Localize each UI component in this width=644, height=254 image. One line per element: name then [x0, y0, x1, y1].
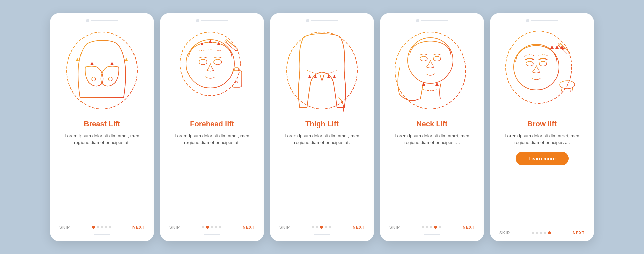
scroll-bar: [424, 234, 440, 235]
svg-point-32: [287, 32, 357, 109]
svg-line-63: [561, 88, 562, 91]
top-circle: [306, 19, 309, 22]
svg-point-54: [539, 61, 547, 66]
neck-lift-illustration: [386, 25, 478, 116]
scroll-bar: [314, 234, 330, 235]
svg-text:Rx: Rx: [234, 80, 238, 84]
skip-label[interactable]: SKIP: [389, 225, 400, 230]
svg-marker-38: [314, 75, 317, 78]
svg-point-2: [108, 77, 112, 81]
dot-5: [329, 226, 331, 228]
svg-marker-4: [90, 62, 94, 65]
neck-lift-nav: SKIP NEXT: [386, 225, 478, 230]
card-neck-lift: Neck Lift Lorem ipsum dolor sit dim amet…: [380, 13, 484, 241]
svg-point-53: [526, 61, 533, 66]
dot-2: [536, 232, 538, 234]
skip-label[interactable]: SKIP: [499, 231, 510, 235]
svg-marker-42: [333, 75, 336, 78]
forehead-lift-desc: Lorem ipsum dolor sit dim amet, mea regi…: [166, 133, 258, 147]
dot-1: [202, 226, 204, 228]
top-line: [91, 20, 118, 21]
top-line: [201, 20, 228, 21]
dot-3: [540, 232, 542, 234]
top-circle: [416, 19, 419, 22]
svg-marker-8: [76, 58, 79, 61]
breast-lift-desc: Lorem ipsum dolor sit dim amet, mea regi…: [56, 133, 148, 147]
skip-label[interactable]: SKIP: [279, 225, 290, 230]
dot-2: [316, 226, 318, 228]
neck-lift-desc: Lorem ipsum dolor sit dim amet, mea regi…: [386, 133, 478, 147]
thigh-lift-title: Thigh Lift: [305, 120, 339, 129]
next-label[interactable]: NEXT: [243, 225, 255, 230]
top-line: [531, 20, 558, 21]
card-top-bar: [386, 19, 478, 22]
thigh-lift-desc: Lorem ipsum dolor sit dim amet, mea regi…: [276, 133, 368, 147]
svg-rect-15: [224, 39, 238, 51]
svg-line-20: [224, 36, 225, 37]
card-breast-lift: Breast Lift Lorem ipsum dolor sit dim am…: [50, 13, 154, 241]
nav-dots: [422, 226, 441, 229]
dot-2: [426, 226, 428, 228]
breast-lift-title: Breast Lift: [84, 120, 120, 129]
next-label[interactable]: NEXT: [573, 231, 585, 235]
svg-marker-10: [125, 58, 128, 61]
svg-line-67: [572, 88, 573, 91]
neck-lift-title: Neck Lift: [417, 120, 448, 129]
dot-3: [320, 226, 323, 229]
brow-lift-nav: SKIP NEXT: [496, 231, 588, 235]
brow-lift-illustration: [496, 25, 588, 116]
card-top-bar: [496, 19, 588, 22]
svg-marker-73: [560, 45, 564, 49]
dot-2: [97, 226, 99, 228]
svg-line-18: [225, 37, 226, 39]
brow-lift-desc: Lorem ipsum dolor sit dim amet, mea regi…: [496, 133, 588, 147]
svg-point-43: [395, 32, 466, 109]
top-circle: [196, 19, 199, 22]
svg-point-46: [433, 56, 441, 61]
thigh-lift-illustration: [276, 25, 368, 116]
dot-5: [219, 226, 221, 228]
svg-marker-6: [110, 62, 114, 65]
svg-line-21: [221, 39, 222, 41]
dot-2: [206, 226, 209, 229]
forehead-lift-title: Forehead lift: [190, 120, 234, 129]
cards-container: Breast Lift Lorem ipsum dolor sit dim am…: [37, 3, 607, 251]
dot-1: [312, 226, 314, 228]
learn-more-button[interactable]: Learn more: [516, 152, 569, 165]
top-circle: [86, 19, 89, 22]
next-label[interactable]: NEXT: [463, 225, 475, 230]
next-label[interactable]: NEXT: [353, 225, 365, 230]
scroll-bar: [94, 234, 110, 235]
dot-3: [211, 226, 213, 228]
nav-dots: [312, 226, 331, 229]
card-forehead-lift: Rx Forehead lift Lorem ipsum dolor sit d…: [160, 13, 264, 241]
dot-1: [532, 232, 534, 234]
svg-line-66: [570, 89, 570, 92]
dot-5: [439, 226, 441, 228]
svg-point-14: [214, 59, 222, 65]
dot-3: [430, 226, 432, 228]
top-circle: [526, 19, 529, 22]
dot-5: [109, 226, 111, 228]
svg-point-45: [420, 56, 427, 61]
brow-lift-title: Brow lift: [527, 120, 557, 129]
card-top-bar: [276, 19, 368, 22]
svg-line-17: [237, 50, 239, 52]
card-thigh-lift: Thigh Lift Lorem ipsum dolor sit dim ame…: [270, 13, 374, 241]
thigh-lift-nav: SKIP NEXT: [276, 225, 368, 230]
svg-line-58: [559, 41, 560, 42]
dot-4: [544, 232, 546, 234]
forehead-lift-nav: SKIP NEXT: [166, 225, 258, 230]
svg-point-1: [92, 77, 96, 81]
svg-marker-29: [209, 40, 212, 43]
svg-point-51: [506, 31, 572, 103]
dot-5: [548, 231, 551, 234]
dot-3: [101, 226, 103, 228]
next-label[interactable]: NEXT: [132, 225, 145, 230]
skip-label[interactable]: SKIP: [169, 225, 180, 230]
svg-line-61: [555, 43, 556, 44]
svg-line-60: [558, 39, 559, 41]
dot-4: [215, 226, 217, 228]
skip-label[interactable]: SKIP: [59, 225, 70, 230]
scroll-bar: [204, 234, 220, 235]
